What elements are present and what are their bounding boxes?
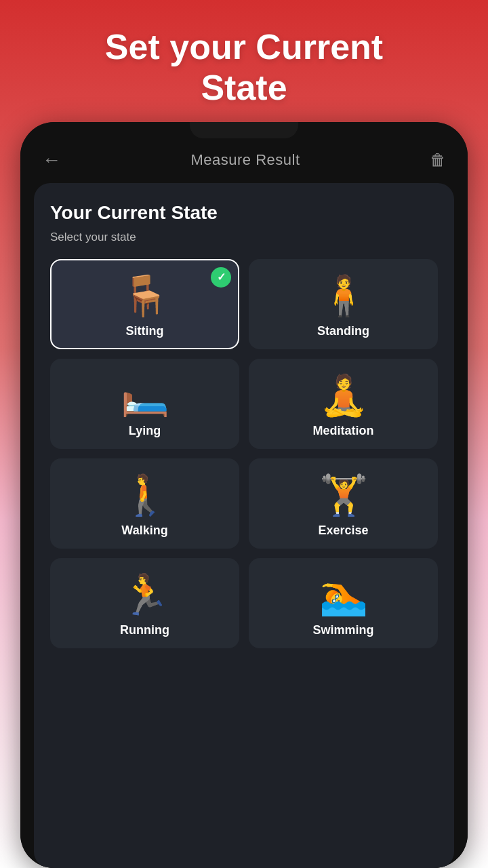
standing-icon: 🧍: [321, 273, 367, 319]
meditation-icon: 🧘: [321, 372, 367, 418]
page-title: Set your CurrentState: [78, 27, 410, 108]
exercise-label: Exercise: [318, 524, 368, 538]
state-item-lying[interactable]: 🛏️Lying: [50, 359, 239, 449]
delete-button[interactable]: 🗑: [430, 151, 446, 170]
walking-icon: 🚶: [122, 472, 168, 518]
card-title: Your Current State: [50, 202, 438, 224]
state-item-sitting[interactable]: ✓🪑Sitting: [50, 259, 239, 349]
walking-label: Walking: [121, 524, 167, 538]
states-grid: ✓🪑Sitting🧍Standing🛏️Lying🧘Meditation🚶Wal…: [50, 259, 438, 648]
state-item-exercise[interactable]: 🏋️Exercise: [249, 458, 438, 549]
phone-inner: ← Measure Result 🗑 Your Current State Se…: [20, 122, 468, 868]
check-badge: ✓: [211, 267, 231, 288]
state-item-swimming[interactable]: 🏊Swimming: [249, 558, 438, 648]
back-button[interactable]: ←: [42, 149, 61, 171]
screen-title: Measure Result: [190, 151, 300, 169]
meditation-label: Meditation: [313, 424, 374, 438]
lying-label: Lying: [129, 424, 161, 438]
state-card: Your Current State Select your state ✓🪑S…: [34, 183, 454, 868]
lying-icon: 🛏️: [122, 372, 168, 418]
running-icon: 🏃: [122, 572, 168, 618]
swimming-icon: 🏊: [321, 572, 367, 618]
standing-label: Standing: [317, 324, 369, 338]
state-item-meditation[interactable]: 🧘Meditation: [249, 359, 438, 449]
phone-notch: [190, 122, 298, 138]
swimming-label: Swimming: [312, 623, 373, 637]
state-item-running[interactable]: 🏃Running: [50, 558, 239, 648]
phone-frame: ← Measure Result 🗑 Your Current State Se…: [20, 122, 468, 868]
exercise-icon: 🏋️: [321, 472, 367, 518]
state-item-standing[interactable]: 🧍Standing: [249, 259, 438, 349]
sitting-label: Sitting: [126, 324, 164, 338]
card-subtitle: Select your state: [50, 231, 438, 244]
sitting-icon: 🪑: [122, 273, 168, 319]
state-item-walking[interactable]: 🚶Walking: [50, 458, 239, 549]
running-label: Running: [120, 623, 169, 637]
